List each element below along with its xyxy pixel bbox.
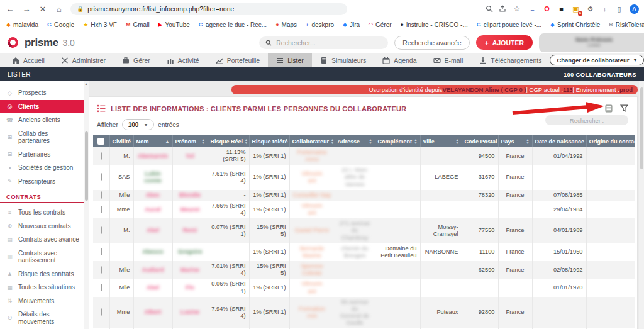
chevron-down-icon: ▼	[633, 58, 638, 62]
browser-actions: ☆ ≡O■▣0⚙↓▯ A	[486, 4, 639, 14]
cell-ville	[420, 279, 462, 296]
dark-extension-icon[interactable]: ■	[557, 4, 566, 14]
nav-tab-administrer[interactable]: Administrer	[53, 53, 114, 67]
bookmark-item[interactable]: ◗deskpro	[306, 21, 334, 28]
nav-tab-activit[interactable]: Activité	[158, 53, 208, 67]
line-chart-icon	[216, 57, 223, 64]
row-checkbox[interactable]	[101, 226, 102, 234]
sidebar-scrollbar[interactable]: ▲	[84, 81, 89, 329]
split-screen-icon[interactable]: ▯	[614, 4, 624, 14]
cell-check	[93, 297, 109, 329]
sort-asc-icon[interactable]: ▲	[164, 139, 170, 143]
sort-icon[interactable]: ▲▼	[454, 138, 459, 144]
bookmark-item[interactable]: Gclipart pouce levé -...	[477, 21, 541, 28]
row-checkbox[interactable]	[101, 173, 102, 181]
nav-tab-email[interactable]: E-mail	[425, 53, 472, 67]
redacted-text: Meuret	[180, 206, 199, 213]
sidebar-item-mouvements[interactable]: ⇅Mouvements	[0, 294, 84, 308]
forward-icon[interactable]: →	[21, 4, 31, 14]
add-button[interactable]: +AJOUTER	[476, 35, 533, 50]
sidebar-item-contrats-avec-avance[interactable]: ▤Contrats avec avance	[0, 233, 84, 247]
cell-nom: Abel	[133, 218, 172, 243]
bookmark-item[interactable]: ●Maps	[275, 21, 297, 28]
stop-reload-icon[interactable]: ✕	[38, 4, 48, 14]
sidebar-item-tous-les-contrats[interactable]: ≡Tous les contrats	[0, 206, 84, 220]
bookmark-item[interactable]: ◆malavida	[6, 21, 38, 28]
row-checkbox[interactable]	[101, 266, 102, 274]
sidebar-item-risque-des-contrats[interactable]: ▲Risque des contrats	[0, 267, 84, 281]
sort-icon[interactable]: ▲▼	[329, 138, 334, 144]
table-search-input[interactable]	[545, 115, 628, 125]
search-icon[interactable]	[486, 5, 493, 13]
sidebar-item-collab-des-partenaires[interactable]: ⊞Collab des partenaires	[0, 127, 84, 148]
nav-tab-label: Administrer	[72, 57, 106, 64]
sidebar-item-prescripteurs[interactable]: ✎Prescripteurs	[0, 175, 84, 189]
sort-icon[interactable]: ▲▼	[243, 138, 248, 144]
bookmark-label: Google	[54, 21, 74, 28]
select-all-checkbox[interactable]	[97, 138, 104, 145]
sidebar-item-label: Toutes les situations	[18, 284, 75, 291]
bookmark-item[interactable]: ★Hxh 3 VF	[83, 21, 117, 28]
row-checkbox[interactable]	[101, 284, 102, 291]
scroll-up-icon[interactable]: ▲	[84, 82, 89, 86]
bookmark-star-icon[interactable]: ☆	[512, 4, 522, 13]
content-scrollbar[interactable]	[639, 81, 644, 329]
export-file-icon[interactable]	[605, 104, 614, 113]
nav-tab-accueil[interactable]: Accueil	[4, 53, 53, 67]
nav-tab-lister[interactable]: Lister	[268, 53, 312, 67]
notes-extension-icon[interactable]: ▣0	[571, 4, 580, 14]
browser-profile-avatar[interactable]: A	[630, 4, 639, 14]
nav-tab-portefeuille[interactable]: Portefeuille	[208, 53, 269, 67]
sort-icon[interactable]: ▲▼	[525, 138, 530, 144]
entries-select[interactable]: 100 ▼	[122, 119, 155, 130]
sidebar-item-soci-t-s-de-gestion[interactable]: ▪Sociétés de gestion	[0, 161, 84, 175]
row-checkbox[interactable]	[101, 248, 102, 255]
bookmark-item[interactable]: MGmail	[126, 21, 150, 28]
sidebar-item-contrats-avec-nantissement[interactable]: ▥Contrats avec nantissement	[0, 247, 84, 267]
bookmark-item[interactable]: GGoogle	[47, 21, 74, 28]
sort-icon[interactable]: ▲▼	[367, 138, 372, 144]
puzzle-extensions-icon[interactable]: ⚙	[586, 4, 595, 14]
sidebar-item-prospects[interactable]: ◇Prospects	[0, 86, 84, 100]
sidebar-item-d-tails-des-mouvements[interactable]: ⊙Détails des mouvements	[0, 308, 84, 328]
filter-funnel-icon[interactable]	[620, 104, 628, 113]
advanced-search-button[interactable]: Recherche avancée	[394, 36, 469, 50]
bookmark-item[interactable]: RRiskTolerance (3.77.0)	[609, 21, 644, 28]
row-checkbox[interactable]	[101, 206, 102, 213]
bookmark-item[interactable]: ◆Jira	[343, 21, 360, 28]
sidebar-item-toutes-les-situations[interactable]: ▦Toutes les situations	[0, 281, 84, 294]
cell-complement	[375, 279, 420, 296]
home-icon[interactable]: ⌂	[54, 4, 64, 14]
row-checkbox[interactable]	[101, 308, 102, 316]
sidebar-item-partenaires[interactable]: ⊟Partenaires	[0, 148, 84, 162]
nav-tab-simulateurs[interactable]: Simulateurs	[312, 53, 374, 67]
back-icon[interactable]: ←	[5, 4, 15, 14]
nav-tab-grer[interactable]: Gérer	[114, 53, 158, 67]
change-collaborator-button[interactable]: Changer de collaborateur ▼	[550, 55, 644, 65]
sidebar-item-anciens-clients[interactable]: ☎Anciens clients	[0, 113, 84, 127]
nav-tab-tlchargements[interactable]: Téléchargements	[471, 53, 550, 67]
bookmark-item[interactable]: ●instruire - CRISCO -...	[401, 21, 468, 28]
sidebar-item-clients[interactable]: ◎Clients	[0, 100, 84, 114]
address-bar[interactable]: 🔒 prisme.manymore.fr/list_infocomp.php?f…	[70, 3, 347, 15]
cell-date_naissance: 01/01/1970	[532, 279, 586, 296]
opera-icon[interactable]: O	[542, 4, 552, 14]
row-checkbox[interactable]	[101, 152, 102, 160]
list-extension-icon[interactable]: ≡	[528, 4, 537, 14]
sidebar-item-nouveaux-contrats[interactable]: ⊕Nouveaux contrats	[0, 220, 84, 233]
bookmark-item[interactable]: Gagence le duc - Rec...	[199, 21, 267, 28]
table-row: M.AbelRemi0.07% (SRRI 1)15% (SRRI 5)Gast…	[93, 218, 635, 243]
sort-icon[interactable]: ▲▼	[413, 138, 418, 144]
bookmark-item[interactable]: ◆Sprint Christèle	[550, 21, 600, 28]
global-search-input[interactable]: Rechercher...	[259, 36, 388, 49]
row-checkbox[interactable]	[101, 191, 102, 199]
bookmark-item[interactable]: ▶YouTube	[158, 21, 190, 28]
sort-icon[interactable]: ▲▼	[200, 138, 205, 144]
redacted-text: Abel	[147, 227, 159, 233]
bookmark-item[interactable]: ◠Gérer	[369, 21, 391, 28]
share-icon[interactable]	[499, 5, 506, 13]
nav-tab-agenda[interactable]: Agenda	[374, 53, 425, 67]
downloads-icon[interactable]: ↓	[600, 4, 609, 14]
cell-ville: NARBONNE	[420, 243, 462, 261]
current-user-box[interactable]: Nom Prénom collab	[539, 33, 644, 52]
